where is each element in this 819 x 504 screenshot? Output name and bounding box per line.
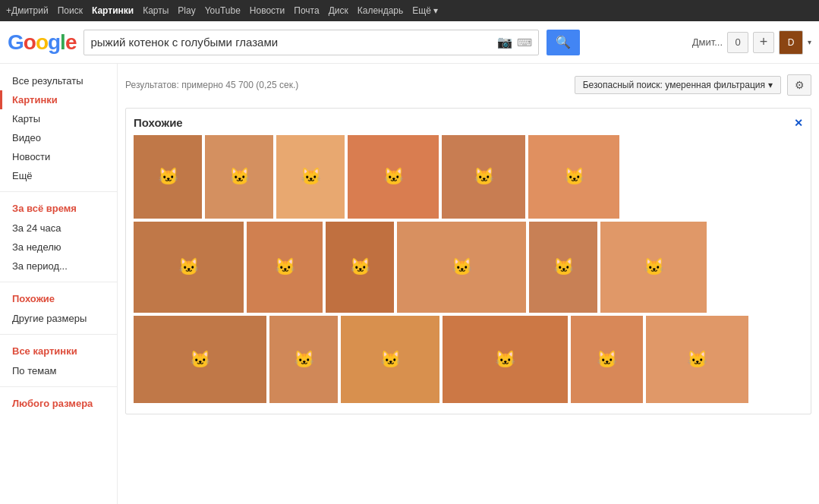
search-button-icon: 🔍 <box>556 35 571 49</box>
topbar-news[interactable]: Новости <box>250 5 285 16</box>
topbar-youtube[interactable]: YouTube <box>205 5 241 16</box>
sidebar-any-size-section[interactable]: Любого размера <box>0 393 117 414</box>
image-row-3: 🐱 🐱 🐱 🐱 🐱 🐱 <box>134 316 803 403</box>
header-right: Дмит... 0 + D ▾ <box>692 30 811 55</box>
list-item[interactable]: 🐱 <box>341 316 439 403</box>
camera-icon[interactable]: 📷 <box>497 35 512 49</box>
share-count: 0 <box>735 36 740 48</box>
safe-search-button[interactable]: Безопасный поиск: умеренная фильтрация ▾ <box>575 76 781 94</box>
main-content: Все результаты Картинки Карты Видео Ново… <box>0 64 819 504</box>
list-item[interactable]: 🐱 <box>326 222 394 313</box>
list-item[interactable]: 🐱 <box>646 316 748 403</box>
sidebar-divider-3 <box>0 334 117 335</box>
list-item[interactable]: 🐱 <box>134 222 244 313</box>
safe-search-label: Безопасный поиск: умеренная фильтрация <box>583 80 765 90</box>
avatar-icon: D <box>788 37 795 48</box>
settings-icon: ⚙ <box>795 79 805 91</box>
search-button[interactable]: 🔍 <box>547 30 580 55</box>
plus-icon: + <box>760 34 768 50</box>
search-input[interactable] <box>90 36 493 49</box>
sidebar-item-images[interactable]: Картинки <box>0 90 117 109</box>
topbar-disk[interactable]: Диск <box>329 5 348 16</box>
list-item[interactable]: 🐱 <box>600 222 707 313</box>
sidebar-item-other-sizes[interactable]: Другие размеры <box>0 309 117 328</box>
list-item[interactable]: 🐱 <box>528 135 619 219</box>
account-dropdown-icon[interactable]: ▾ <box>808 38 811 46</box>
sidebar-time-section[interactable]: За всё время <box>0 198 117 219</box>
sidebar-item-video[interactable]: Видео <box>0 128 117 147</box>
list-item[interactable]: 🐱 <box>134 316 266 403</box>
list-item[interactable]: 🐱 <box>442 135 525 219</box>
list-item[interactable]: 🐱 <box>276 135 345 219</box>
sidebar-all-images-section[interactable]: Все картинки <box>0 341 117 361</box>
avatar-button[interactable]: D <box>779 30 803 55</box>
list-item[interactable]: 🐱 <box>443 316 568 403</box>
похожие-close-button[interactable]: ✕ <box>794 117 803 129</box>
user-display: Дмит... <box>692 36 723 48</box>
похожие-title: Похожие <box>134 116 183 129</box>
topbar-mail[interactable]: Почта <box>294 5 319 16</box>
content-area: Результатов: примерно 45 700 (0,25 сек.)… <box>118 64 819 504</box>
sidebar-item-24h[interactable]: За 24 часа <box>0 219 117 238</box>
topbar-images[interactable]: Картинки <box>92 5 134 16</box>
list-item[interactable]: 🐱 <box>571 316 643 403</box>
sidebar-похожие-section[interactable]: Похожие <box>0 288 117 309</box>
search-header: Google 📷 ⌨ 🔍 Дмит... 0 + D ▾ <box>0 21 819 64</box>
topbar-user[interactable]: +Дмитрий <box>6 5 49 16</box>
keyboard-icon[interactable]: ⌨ <box>517 36 532 49</box>
list-item[interactable]: 🐱 <box>348 135 439 219</box>
list-item[interactable]: 🐱 <box>397 222 526 313</box>
list-item[interactable]: 🐱 <box>269 316 338 403</box>
sidebar: Все результаты Картинки Карты Видео Ново… <box>0 64 118 504</box>
plus-button[interactable]: + <box>753 32 774 53</box>
sidebar-divider-2 <box>0 282 117 282</box>
google-logo[interactable]: Google <box>8 30 76 55</box>
sidebar-item-news[interactable]: Новости <box>0 147 117 166</box>
topbar-more[interactable]: Ещё ▾ <box>412 5 438 16</box>
topbar: +Дмитрий Поиск Картинки Карты Play YouTu… <box>0 0 819 21</box>
похожие-header: Похожие ✕ <box>134 116 803 129</box>
topbar-calendar[interactable]: Календарь <box>358 5 404 16</box>
sidebar-item-more[interactable]: Ещё <box>0 166 117 185</box>
share-count-btn[interactable]: 0 <box>727 32 748 53</box>
search-box-wrapper: 📷 ⌨ <box>83 30 539 55</box>
image-row-1: 🐱 🐱 🐱 🐱 🐱 🐱 <box>134 135 803 219</box>
sidebar-item-by-theme[interactable]: По темам <box>0 361 117 380</box>
sidebar-item-week[interactable]: За неделю <box>0 238 117 257</box>
topbar-maps[interactable]: Карты <box>143 5 169 16</box>
sidebar-item-maps[interactable]: Карты <box>0 109 117 128</box>
list-item[interactable]: 🐱 <box>134 135 202 219</box>
sidebar-item-period[interactable]: За период... <box>0 257 117 276</box>
image-row-2: 🐱 🐱 🐱 🐱 🐱 🐱 <box>134 222 803 313</box>
похожие-panel: Похожие ✕ 🐱 🐱 🐱 🐱 🐱 <box>125 108 811 414</box>
topbar-search[interactable]: Поиск <box>58 5 83 16</box>
sidebar-divider-1 <box>0 191 117 192</box>
stats-bar: Результатов: примерно 45 700 (0,25 сек.)… <box>125 71 819 102</box>
search-box-icons: 📷 ⌨ <box>497 35 532 49</box>
list-item[interactable]: 🐱 <box>529 222 597 313</box>
stats-right: Безопасный поиск: умеренная фильтрация ▾… <box>575 74 811 96</box>
topbar-play[interactable]: Play <box>178 5 195 16</box>
settings-button[interactable]: ⚙ <box>787 74 811 96</box>
sidebar-divider-4 <box>0 386 117 387</box>
safe-search-arrow: ▾ <box>768 80 773 90</box>
stats-text: Результатов: примерно 45 700 (0,25 сек.) <box>125 80 298 90</box>
list-item[interactable]: 🐱 <box>205 135 273 219</box>
sidebar-item-all[interactable]: Все результаты <box>0 71 117 90</box>
list-item[interactable]: 🐱 <box>247 222 323 313</box>
